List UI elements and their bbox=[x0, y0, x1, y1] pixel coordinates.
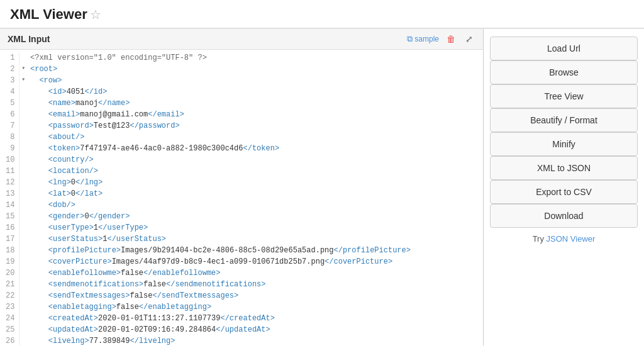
line-number: 6 bbox=[0, 109, 19, 120]
try-viewer-text: Try JSON Viewer bbox=[490, 234, 638, 244]
action-buttons: Load UrlBrowseTree ViewBeautify / Format… bbox=[490, 36, 638, 228]
table-row: 24 <createdAt>2020-01-01T11:13:27.110773… bbox=[0, 313, 483, 324]
tree-view-button[interactable]: Tree View bbox=[490, 84, 638, 108]
table-row: 3▾ <row> bbox=[0, 75, 483, 86]
line-arrow bbox=[19, 211, 28, 222]
line-code: <updatedAt>2020-01-02T09:16:49.284864</u… bbox=[28, 324, 483, 335]
download-button[interactable]: Download bbox=[490, 204, 638, 228]
table-row: 20 <enablefollowme>false</enablefollowme… bbox=[0, 267, 483, 279]
line-code: <enablefollowme>false</enablefollowme> bbox=[28, 267, 483, 279]
line-number: 16 bbox=[0, 222, 19, 233]
star-icon[interactable]: ☆ bbox=[90, 7, 101, 22]
left-panel: XML Input sample 🗑 ⤢ 1<?xml version="1.0… bbox=[0, 29, 484, 345]
line-code: <userType>1</userType> bbox=[28, 222, 483, 233]
line-number: 18 bbox=[0, 245, 19, 256]
delete-button[interactable]: 🗑 bbox=[444, 33, 458, 45]
line-number: 9 bbox=[0, 143, 19, 154]
line-arrow bbox=[19, 324, 28, 335]
line-code: <gender>0</gender> bbox=[28, 211, 483, 222]
line-arrow bbox=[19, 154, 28, 166]
line-code: <root> bbox=[28, 64, 483, 75]
line-number: 24 bbox=[0, 313, 19, 324]
table-row: 17 <userStatus>1</userStatus> bbox=[0, 233, 483, 245]
table-row: 14 <dob/> bbox=[0, 199, 483, 211]
line-code: <name>manoj</name> bbox=[28, 98, 483, 109]
expand-button[interactable]: ⤢ bbox=[463, 33, 475, 45]
line-number: 4 bbox=[0, 86, 19, 98]
line-arrow bbox=[19, 188, 28, 199]
line-arrow bbox=[19, 132, 28, 143]
json-viewer-link[interactable]: JSON Viewer bbox=[547, 234, 596, 244]
beautify-button[interactable]: Beautify / Format bbox=[490, 108, 638, 132]
line-arrow bbox=[19, 177, 28, 188]
line-number: 23 bbox=[0, 301, 19, 313]
line-arrow bbox=[19, 233, 28, 245]
line-arrow bbox=[19, 267, 28, 279]
line-number: 7 bbox=[0, 120, 19, 132]
line-arrow bbox=[19, 256, 28, 267]
export-csv-button[interactable]: Export to CSV bbox=[490, 180, 638, 204]
line-code: <createdAt>2020-01-01T11:13:27.1107739</… bbox=[28, 313, 483, 324]
sample-link[interactable]: sample bbox=[407, 34, 439, 44]
line-code: <row> bbox=[28, 75, 483, 86]
line-arrow bbox=[19, 86, 28, 98]
app-title: XML Viewer bbox=[10, 6, 87, 23]
table-row: 26 <livelng>77.389849</livelng> bbox=[0, 335, 483, 345]
table-row: 5 <name>manoj</name> bbox=[0, 98, 483, 109]
line-code: <coverPicture>Images/44af97d9-b8c9-4ec1-… bbox=[28, 256, 483, 267]
line-number: 22 bbox=[0, 290, 19, 301]
table-row: 21 <sendmenotifications>false</sendmenot… bbox=[0, 279, 483, 290]
line-code: <userStatus>1</userStatus> bbox=[28, 233, 483, 245]
line-number: 20 bbox=[0, 267, 19, 279]
line-arrow bbox=[19, 109, 28, 120]
line-number: 3 bbox=[0, 75, 19, 86]
line-arrow bbox=[19, 166, 28, 177]
line-number: 13 bbox=[0, 188, 19, 199]
line-number: 21 bbox=[0, 279, 19, 290]
load-url-button[interactable]: Load Url bbox=[490, 36, 638, 60]
app-header: XML Viewer ☆ bbox=[0, 0, 644, 29]
line-arrow bbox=[19, 279, 28, 290]
line-number: 25 bbox=[0, 324, 19, 335]
table-row: 19 <coverPicture>Images/44af97d9-b8c9-4e… bbox=[0, 256, 483, 267]
line-number: 17 bbox=[0, 233, 19, 245]
line-arrow bbox=[19, 335, 28, 345]
line-arrow bbox=[19, 199, 28, 211]
table-row: 6 <email>manoj@gmail.com</email> bbox=[0, 109, 483, 120]
line-number: 12 bbox=[0, 177, 19, 188]
line-arrow bbox=[19, 120, 28, 132]
minify-button[interactable]: Minify bbox=[490, 132, 638, 156]
table-row: 22 <sendTextmessages>false</sendTextmess… bbox=[0, 290, 483, 301]
table-row: 16 <userType>1</userType> bbox=[0, 222, 483, 233]
code-table: 1<?xml version="1.0" encoding="UTF-8" ?>… bbox=[0, 52, 483, 345]
table-row: 2▾<root> bbox=[0, 64, 483, 75]
table-row: 7 <password>Test@123</password> bbox=[0, 120, 483, 132]
line-arrow bbox=[19, 290, 28, 301]
table-row: 13 <lat>0</lat> bbox=[0, 188, 483, 199]
line-number: 15 bbox=[0, 211, 19, 222]
line-number: 1 bbox=[0, 52, 19, 64]
line-code: <password>Test@123</password> bbox=[28, 120, 483, 132]
browse-button[interactable]: Browse bbox=[490, 60, 638, 84]
xml-to-json-button[interactable]: XML to JSON bbox=[490, 156, 638, 180]
line-arrow[interactable]: ▾ bbox=[19, 75, 28, 86]
line-number: 5 bbox=[0, 98, 19, 109]
line-code: <lat>0</lat> bbox=[28, 188, 483, 199]
table-row: 4 <id>4051</id> bbox=[0, 86, 483, 98]
line-arrow bbox=[19, 52, 28, 64]
table-row: 9 <token>7f471974-ae46-4ac0-a882-1980c30… bbox=[0, 143, 483, 154]
line-code: <sendTextmessages>false</sendTextmessage… bbox=[28, 290, 483, 301]
table-row: 11 <location/> bbox=[0, 166, 483, 177]
table-row: 10 <country/> bbox=[0, 154, 483, 166]
code-area[interactable]: 1<?xml version="1.0" encoding="UTF-8" ?>… bbox=[0, 50, 483, 345]
line-number: 11 bbox=[0, 166, 19, 177]
main-layout: XML Input sample 🗑 ⤢ 1<?xml version="1.0… bbox=[0, 29, 644, 345]
line-code: <token>7f471974-ae46-4ac0-a882-1980c300c… bbox=[28, 143, 483, 154]
line-arrow bbox=[19, 245, 28, 256]
table-row: 15 <gender>0</gender> bbox=[0, 211, 483, 222]
line-number: 19 bbox=[0, 256, 19, 267]
line-code: <profilePicture>Images/9b291404-bc2e-480… bbox=[28, 245, 483, 256]
table-row: 1<?xml version="1.0" encoding="UTF-8" ?> bbox=[0, 52, 483, 64]
input-header-actions: sample 🗑 ⤢ bbox=[407, 33, 475, 45]
line-arrow[interactable]: ▾ bbox=[19, 64, 28, 75]
